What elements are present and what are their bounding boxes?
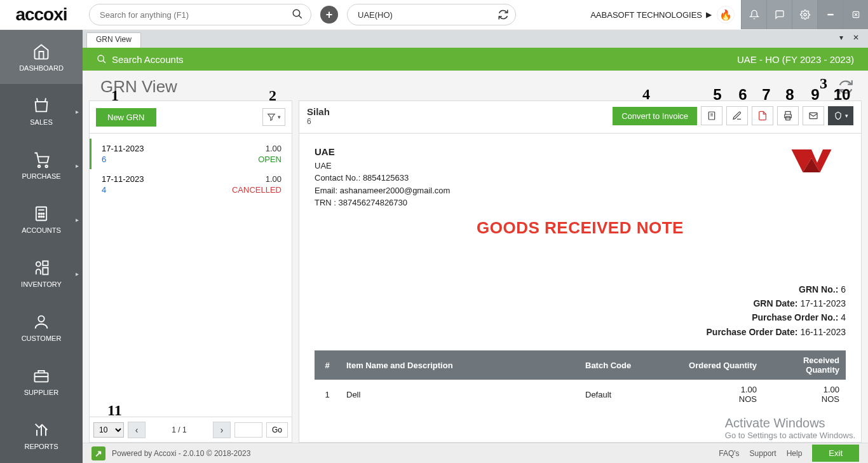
page-size-select[interactable]: 10: [93, 422, 124, 438]
company-name[interactable]: AABASOFT TECHNOLOGIES: [590, 10, 702, 20]
grn-detail-panel: Silah 6 4 5 6 7 8 9 10 Convert to Invoic…: [299, 100, 862, 443]
document-preview: UAE UAE Contact No.: 8854125633 Email: a…: [299, 134, 862, 443]
sidebar-item-label: CUSTOMER: [22, 335, 62, 342]
sidebar-item-label: SALES: [30, 118, 52, 126]
global-search[interactable]: [89, 4, 311, 25]
chevron-down-icon: ▾: [278, 114, 281, 120]
svg-point-0: [293, 10, 300, 17]
footer-logo-icon: ↗: [92, 446, 105, 460]
svg-rect-19: [43, 261, 48, 265]
help-link[interactable]: Help: [787, 449, 803, 458]
sidebar-item-sales[interactable]: SALES ▸: [0, 84, 83, 138]
tab-controls[interactable]: ▾ ✕: [839, 33, 863, 42]
page-info: 1 / 1: [149, 425, 209, 434]
grn-number-short: 6: [307, 117, 330, 126]
notification-badge[interactable]: 🔥: [717, 6, 735, 24]
tab-strip: GRN View ▾ ✕: [83, 30, 868, 48]
grn-list: 17-11-2023 1.00 6 OPEN 17-11-2023 1.00 4…: [89, 134, 292, 417]
app-logo: accoxi: [0, 0, 83, 29]
svg-line-1: [299, 15, 302, 18]
annotation-6: 6: [730, 86, 756, 104]
convert-to-invoice-button[interactable]: Convert to Invoice: [613, 107, 697, 125]
branch-label: UAE(HO): [358, 10, 393, 20]
settings-icon[interactable]: [792, 0, 817, 29]
sidebar-item-label: ACCOUNTS: [22, 226, 61, 234]
sidebar-item-supplier[interactable]: SUPPLIER: [0, 354, 83, 408]
annotation-4: 4: [642, 86, 650, 103]
sidebar-item-reports[interactable]: REPORTS: [0, 408, 83, 462]
svg-point-20: [38, 315, 44, 321]
bell-icon[interactable]: [741, 0, 766, 29]
sidebar-item-dashboard[interactable]: DASHBOARD: [0, 30, 83, 84]
svg-rect-3: [827, 14, 832, 15]
filter-button[interactable]: ▾: [262, 108, 285, 126]
sidebar-item-customer[interactable]: CUSTOMER: [0, 300, 83, 354]
sidebar-item-accounts[interactable]: ACCOUNTS ▸: [0, 192, 83, 246]
email-button[interactable]: [803, 106, 824, 125]
sidebar-item-label: SUPPLIER: [24, 389, 58, 396]
sync-icon[interactable]: [498, 9, 509, 20]
chat-icon[interactable]: [766, 0, 792, 29]
list-pager: 10 ‹ 1 / 1 › Go: [89, 417, 292, 443]
search-icon[interactable]: [292, 8, 303, 20]
more-actions-button[interactable]: ▾: [828, 106, 853, 125]
briefcase-icon: [32, 367, 50, 385]
cart-icon: [32, 151, 50, 169]
calculator-icon: [32, 205, 50, 223]
page-input[interactable]: [234, 422, 262, 438]
exit-button[interactable]: Exit: [812, 445, 859, 462]
minimize-button[interactable]: [817, 0, 843, 29]
annotation-9: 9: [803, 86, 828, 104]
close-button[interactable]: [843, 0, 868, 29]
home-icon: [32, 43, 50, 60]
sidebar-item-purchase[interactable]: PURCHASE ▸: [0, 138, 83, 192]
print-button[interactable]: [777, 106, 799, 125]
annotation-2: 2: [269, 87, 276, 104]
next-page-button[interactable]: ›: [213, 422, 231, 438]
annotation-5: 5: [705, 86, 730, 104]
svg-rect-30: [786, 116, 790, 120]
search-input[interactable]: [100, 10, 285, 20]
edit-button[interactable]: [726, 106, 748, 125]
list-item[interactable]: 17-11-2023 1.00 4 CANCELLED: [90, 169, 292, 200]
items-table: # Item Name and Description Batch Code O…: [315, 350, 846, 409]
sidebar-item-inventory[interactable]: INVENTORY ▸: [0, 246, 83, 300]
chevron-right-icon: ▸: [76, 107, 79, 114]
faqs-link[interactable]: FAQ's: [719, 449, 739, 458]
attach-button[interactable]: [701, 106, 722, 125]
org-name: UAE: [315, 145, 450, 160]
tab-grn-view[interactable]: GRN View: [86, 32, 141, 48]
svg-line-27: [103, 60, 105, 63]
fire-icon: 🔥: [719, 9, 732, 21]
branch-selector[interactable]: UAE(HO): [347, 4, 516, 25]
bag-icon: [32, 97, 50, 114]
sidebar-item-label: PURCHASE: [22, 172, 60, 180]
chart-icon: [32, 421, 50, 439]
sidebar-item-label: INVENTORY: [21, 280, 62, 288]
caret-right-icon: ▶: [706, 10, 712, 19]
customer-name: Silah: [307, 106, 330, 117]
prev-page-button[interactable]: ‹: [128, 422, 146, 438]
svg-point-8: [45, 165, 48, 167]
top-bar: accoxi + UAE(HO) AABASOFT TECHNOLOGIES ▶…: [0, 0, 868, 30]
grn-list-panel: 1 2 New GRN ▾ 17-11-2023 1.00 6 OPEN: [89, 100, 292, 443]
svg-point-7: [38, 165, 41, 167]
new-grn-button[interactable]: New GRN: [96, 108, 156, 127]
pdf-button[interactable]: [752, 106, 773, 125]
svg-point-11: [39, 213, 40, 214]
svg-point-26: [98, 55, 104, 61]
chevron-right-icon: ▸: [76, 162, 79, 169]
list-item[interactable]: 17-11-2023 1.00 6 OPEN: [90, 139, 292, 169]
powered-by: Powered by Accoxi - 2.0.10 © 2018-2023: [112, 449, 250, 458]
table-row: 1 Dell Default 1.00NOS 1.00NOS: [315, 380, 846, 409]
footer-bar: ↗ Powered by Accoxi - 2.0.10 © 2018-2023…: [83, 443, 868, 463]
chevron-right-icon: ▸: [76, 270, 79, 277]
sidebar-item-label: REPORTS: [25, 443, 58, 450]
go-button[interactable]: Go: [266, 422, 288, 438]
search-accounts-link[interactable]: Search Accounts: [97, 54, 184, 65]
annotation-1: 1: [111, 87, 119, 104]
svg-point-14: [39, 216, 40, 217]
quick-add-button[interactable]: +: [320, 6, 338, 24]
org-location: UAE: [315, 160, 450, 172]
support-link[interactable]: Support: [750, 449, 776, 458]
